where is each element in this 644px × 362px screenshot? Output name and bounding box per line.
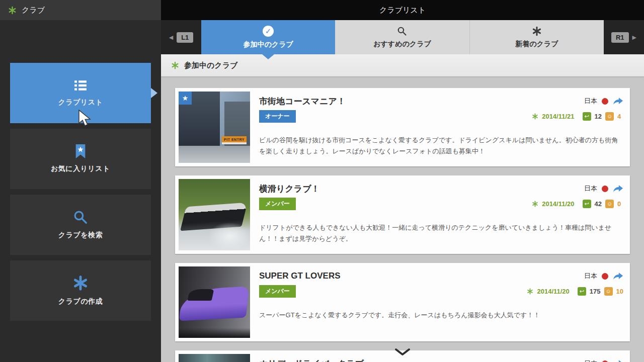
sidebar-nav: クラブリスト お気に入りリスト クラブを検索 クラブの作成 xyxy=(0,20,161,321)
likes-icon: ☺ xyxy=(604,287,613,296)
tab-recommended-clubs[interactable]: おすすめのクラブ xyxy=(335,20,469,54)
club-stats: 2014/11/20 ↩ 175 ☺ 10 xyxy=(527,287,623,296)
date-flower-icon xyxy=(532,113,538,120)
club-title: 市街地コースマニア！ xyxy=(259,96,584,107)
club-card-body: 横滑りクラブ！ 日本 メンバー 2014/11/20 ↩ xyxy=(250,179,626,250)
role-badge: メンバー xyxy=(259,285,296,298)
prev-arrow-icon[interactable]: ◀ xyxy=(169,34,173,41)
country-label: 日本 xyxy=(584,184,597,193)
club-thumbnail: PIT ENTRY ★ xyxy=(179,92,250,163)
thumbnail-art xyxy=(187,289,214,301)
japan-flag-icon xyxy=(602,98,608,105)
tab-label: おすすめのクラブ xyxy=(373,40,431,49)
country-label: 日本 xyxy=(584,97,597,106)
tab-new-clubs[interactable]: 新着のクラブ xyxy=(469,20,604,54)
comments-count: 12 xyxy=(595,113,602,120)
search-icon xyxy=(397,26,407,36)
club-flower-icon xyxy=(171,61,179,69)
app-header: クラブ xyxy=(0,0,161,20)
tabs: ✓ 参加中のクラブ おすすめのクラブ 新着のクラブ xyxy=(201,20,604,54)
thumbnail-art xyxy=(179,328,250,338)
comments-icon: ↩ xyxy=(578,287,586,296)
scroll-down-chevron[interactable] xyxy=(394,348,411,356)
club-description: スーパーGTをこよなく愛するクラブです。走行会、レースはもちろん撮影会も大人気で… xyxy=(259,310,623,321)
country-label: 日本 xyxy=(584,359,597,362)
club-card-body: 市街地コースマニア！ 日本 オーナー 2014/11/21 ↩ xyxy=(250,92,626,163)
sidebar: クラブ クラブリスト お気に入りリスト クラブを検索 クラブの作成 xyxy=(0,0,161,362)
share-icon[interactable] xyxy=(613,272,623,280)
comments-count: 175 xyxy=(590,288,601,295)
country-label: 日本 xyxy=(584,272,597,281)
check-circle-icon: ✓ xyxy=(263,26,274,37)
favorite-star-badge: ★ xyxy=(179,92,192,105)
club-description: ドリフトができる人もできない人も大歓迎！一緒に走って横滑りのテクニックを磨いてい… xyxy=(259,222,623,244)
app-title: クラブ xyxy=(22,6,45,15)
sidebar-item-create-club[interactable]: クラブの作成 xyxy=(10,260,151,321)
club-card-body: ホリデードライバークラブ 日本 xyxy=(250,354,626,362)
tab-label: 参加中のクラブ xyxy=(244,40,293,49)
share-icon[interactable] xyxy=(613,359,623,362)
tab-joined-clubs[interactable]: ✓ 参加中のクラブ xyxy=(201,20,335,54)
r1-shoulder-button[interactable]: R1 xyxy=(611,32,629,43)
thumbnail-art xyxy=(179,286,250,321)
club-thumbnail xyxy=(179,179,250,250)
club-title: 横滑りクラブ！ xyxy=(259,183,584,195)
japan-flag-icon xyxy=(602,360,608,362)
club-title: ホリデードライバークラブ xyxy=(259,358,584,362)
club-title: SUPER GT LOVERS xyxy=(259,271,584,281)
club-flower-icon xyxy=(8,6,17,15)
page-title: クラブリスト xyxy=(379,6,426,15)
date-flower-icon xyxy=(527,288,533,295)
club-flower-icon xyxy=(72,275,89,291)
japan-flag-icon xyxy=(602,186,608,192)
flower-icon xyxy=(532,26,542,36)
comments-icon: ↩ xyxy=(583,200,591,208)
club-description: ビルの谷間を駆け抜ける市街コースをこよなく愛するクラブです。ドライビングスキルは… xyxy=(259,135,623,157)
club-thumbnail xyxy=(179,354,250,362)
date-flower-icon xyxy=(532,201,538,207)
likes-count: 0 xyxy=(617,200,623,208)
share-icon[interactable] xyxy=(613,97,623,105)
next-arrow-icon[interactable]: ▶ xyxy=(632,34,636,41)
japan-flag-icon xyxy=(602,273,608,280)
club-stats: 2014/11/21 ↩ 12 ☺ 4 xyxy=(532,112,623,121)
club-card[interactable]: SUPER GT LOVERS 日本 メンバー 2014/11/20 ↩ xyxy=(175,263,630,341)
section-header: 参加中のクラブ xyxy=(161,54,644,76)
role-badge: オーナー xyxy=(259,110,296,123)
club-date: 2014/11/20 xyxy=(537,288,569,295)
mouse-cursor xyxy=(78,110,92,127)
sidebar-item-label: お気に入りリスト xyxy=(51,164,110,173)
likes-icon: ☺ xyxy=(605,112,614,121)
comments-icon: ↩ xyxy=(583,112,591,121)
list-icon xyxy=(73,79,88,92)
page-title-bar: クラブリスト xyxy=(161,0,644,20)
club-card[interactable]: PIT ENTRY ★ 市街地コースマニア！ 日本 オーナー xyxy=(175,88,630,166)
next-tab-control: R1 ▶ xyxy=(604,20,644,54)
sidebar-item-favorites[interactable]: お気に入りリスト xyxy=(10,129,151,189)
tab-bar: ◀ L1 ✓ 参加中のクラブ おすすめのクラブ 新着のクラブ R1 xyxy=(161,20,644,54)
club-date: 2014/11/20 xyxy=(542,200,574,208)
club-card[interactable]: 横滑りクラブ！ 日本 メンバー 2014/11/20 ↩ xyxy=(175,175,630,254)
sidebar-item-label: クラブリスト xyxy=(58,98,103,107)
thumbnail-art xyxy=(179,146,250,163)
likes-count: 10 xyxy=(616,288,623,295)
share-icon[interactable] xyxy=(613,185,623,193)
main-area: クラブリスト ◀ L1 ✓ 参加中のクラブ おすすめのクラブ 新着のクラブ xyxy=(161,0,644,362)
sidebar-item-label: クラブを検索 xyxy=(58,231,103,240)
club-stats: 2014/11/20 ↩ 42 ☺ 0 xyxy=(532,200,623,208)
prev-tab-control: ◀ L1 xyxy=(161,20,201,54)
likes-count: 4 xyxy=(617,113,623,120)
search-icon xyxy=(73,210,88,225)
club-list: PIT ENTRY ★ 市街地コースマニア！ 日本 オーナー xyxy=(161,76,644,362)
club-card-body: SUPER GT LOVERS 日本 メンバー 2014/11/20 ↩ xyxy=(250,266,626,338)
club-thumbnail xyxy=(179,266,250,338)
sidebar-item-label: クラブの作成 xyxy=(58,297,103,306)
bookmark-star-icon xyxy=(73,144,88,158)
tab-label: 新着のクラブ xyxy=(515,40,558,49)
thumbnail-art xyxy=(201,218,250,250)
section-title: 参加中のクラブ xyxy=(184,61,237,70)
gt-club-screen: クラブ クラブリスト お気に入りリスト クラブを検索 クラブの作成 xyxy=(0,0,644,362)
l1-shoulder-button[interactable]: L1 xyxy=(177,32,193,43)
sidebar-item-search-clubs[interactable]: クラブを検索 xyxy=(10,195,151,255)
pit-entry-sign: PIT ENTRY xyxy=(222,136,247,144)
